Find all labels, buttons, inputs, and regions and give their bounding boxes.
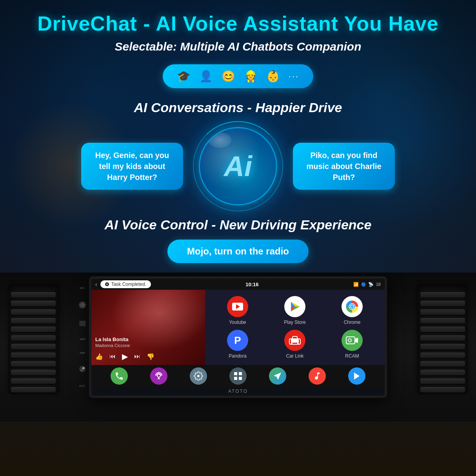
nav-settings-button[interactable] [190, 367, 207, 385]
app-item-playstore[interactable]: Play Store [269, 296, 321, 325]
nav-play-button[interactable] [348, 367, 365, 385]
vent-blade [420, 378, 465, 384]
vent-blade [11, 370, 56, 375]
bot-icon-baby[interactable]: 👶 [266, 70, 280, 83]
voice-command-pill: Mojo, turn on the radio [167, 240, 309, 263]
nav-music-button[interactable] [309, 367, 326, 385]
vent-blade [420, 318, 465, 323]
vent-blade [11, 318, 56, 323]
youtube-icon [227, 296, 248, 317]
vent-blade [420, 370, 465, 375]
vent-blade [420, 335, 465, 341]
minus-button[interactable] [80, 352, 85, 354]
svg-marker-16 [355, 338, 358, 343]
svg-point-12 [291, 343, 293, 344]
chrome-icon [342, 296, 363, 317]
vent-blade [420, 361, 465, 367]
subtitle: Selectable: Multiple AI Chatbots Compani… [115, 40, 362, 53]
radio-outer: ‹ Task Completed. 10:16 [89, 276, 387, 398]
vent-blade [420, 292, 465, 298]
vent-blade [11, 292, 56, 298]
nav-phone-button[interactable] [111, 367, 128, 385]
rcam-icon [342, 330, 363, 351]
app-item-rcam[interactable]: RCAM [326, 330, 378, 359]
vent-blade [11, 335, 56, 341]
rst-label: RST [79, 384, 85, 388]
svg-rect-24 [234, 377, 237, 380]
ai-middle-section: Hey, Genie, can you tell my kids about H… [24, 127, 452, 205]
carlink-icon [284, 330, 305, 351]
header-right: 📶 🔵 📡 18 [353, 282, 381, 287]
svg-marker-26 [354, 372, 360, 380]
thumbs-up-button[interactable]: 👍 [95, 353, 103, 360]
app-item-carlink[interactable]: Car Link [269, 330, 321, 359]
pandora-icon: P [227, 330, 248, 351]
app-item-pandora[interactable]: P Pandora [211, 330, 264, 359]
task-dot-icon [105, 282, 109, 286]
vent-blade [11, 387, 56, 392]
app-grid: Youtube [205, 290, 385, 365]
side-controls: MIC ⏻ 🎤 RST [76, 276, 89, 398]
bot-icon-worker[interactable]: 👷 [244, 70, 258, 83]
back-arrow-icon[interactable]: ‹ [95, 281, 97, 287]
main-content: DriveChat - AI Voice Assistant You Have … [0, 0, 476, 273]
power-button[interactable]: ⏻ [79, 302, 86, 309]
vent-blade [420, 387, 465, 392]
vent-blade [420, 344, 465, 349]
song-artist: Madonna Ciccone [95, 343, 201, 348]
svg-rect-25 [239, 377, 242, 380]
ai-orb-text: Ai [224, 152, 252, 180]
svg-point-1 [106, 284, 107, 285]
header-left: ‹ Task Completed. [95, 280, 151, 288]
nav-podcast-button[interactable] [150, 367, 167, 385]
ai-orb-container: Ai [199, 127, 277, 205]
bot-icon-professor[interactable]: 🎓 [177, 70, 191, 83]
vent-blade [11, 352, 56, 358]
playstore-label: Play Store [284, 320, 305, 325]
ai-conversations-title: AI Conversations - Happier Drive [134, 100, 342, 115]
air-vent-left [8, 284, 59, 394]
svg-point-17 [348, 339, 351, 342]
prev-button[interactable]: ⏮ [109, 353, 116, 360]
vent-blade [11, 327, 56, 332]
main-title: DriveChat - AI Voice Assistant You Have [37, 12, 438, 35]
screen-time: 10:16 [245, 282, 258, 287]
grid-button[interactable] [79, 321, 85, 326]
app-item-chrome[interactable]: Chrome [326, 296, 378, 325]
next-button[interactable]: ⏭ [134, 353, 140, 360]
svg-rect-23 [239, 372, 242, 375]
thumbs-down-button[interactable]: 👎 [147, 353, 154, 360]
vent-blade [11, 378, 56, 384]
mic-label: MIC [80, 287, 85, 289]
song-title: La Isla Bonita [95, 336, 201, 342]
voice-control-title: AI Voice Control - New Driving Experienc… [105, 217, 372, 233]
nav-apps-button[interactable] [229, 367, 247, 385]
rcam-label: RCAM [345, 353, 359, 359]
chat-bubble-left: Hey, Genie, can you tell my kids about H… [81, 143, 183, 190]
playstore-icon [284, 296, 305, 317]
vent-blade [11, 301, 56, 306]
bottom-nav [91, 365, 385, 387]
chatbot-selector[interactable]: 🎓 👤 😊 👷 👶 ··· [163, 64, 313, 88]
app-item-youtube[interactable]: Youtube [211, 296, 264, 325]
plus-button[interactable] [80, 338, 85, 340]
main-screen: ‹ Task Completed. 10:16 [91, 279, 385, 396]
music-player: La Isla Bonita Madonna Ciccone 👍 ⏮ ▶ ⏭ 👎 [91, 290, 205, 365]
chat-bubble-right: Piko, can you find music about Charlie P… [293, 143, 395, 190]
mic-button[interactable]: 🎤 [79, 366, 85, 372]
bot-more-dots[interactable]: ··· [289, 71, 299, 82]
screen-header: ‹ Task Completed. 10:16 [91, 279, 385, 290]
chrome-label: Chrome [344, 320, 361, 325]
youtube-label: Youtube [229, 320, 246, 325]
bot-icon-smile[interactable]: 😊 [222, 70, 235, 83]
signal-icon: 📶 [353, 282, 359, 287]
car-section: ‹ Task Completed. 10:16 [0, 273, 476, 421]
vent-blade [420, 301, 465, 306]
carlink-label: Car Link [286, 353, 304, 359]
pandora-label: Pandora [229, 353, 246, 359]
bot-icon-person[interactable]: 👤 [199, 70, 213, 83]
play-button[interactable]: ▶ [122, 352, 128, 361]
nav-maps-button[interactable] [269, 367, 286, 385]
radio-unit: ‹ Task Completed. 10:16 [89, 276, 387, 398]
brand-label: ATOTO [91, 387, 385, 396]
